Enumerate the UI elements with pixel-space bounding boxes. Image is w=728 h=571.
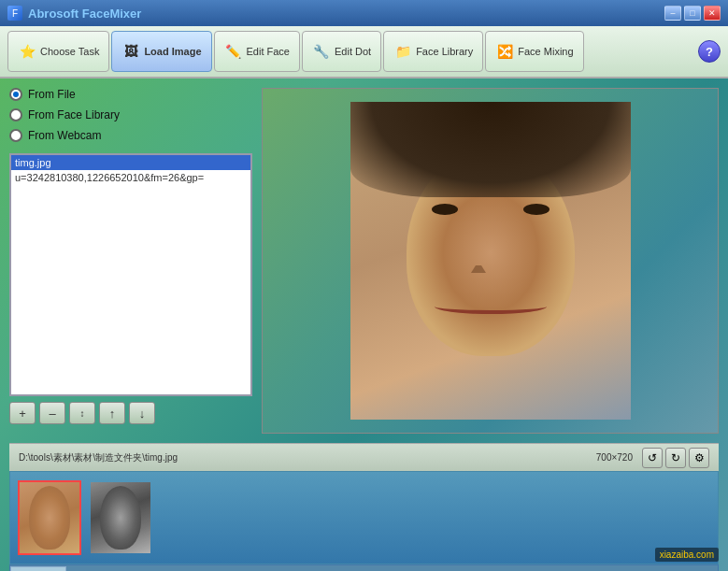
face-mixing-icon: 🔀 — [495, 42, 514, 61]
file-list-item[interactable]: u=3242810380,1226652010&fm=26&gp= — [11, 170, 250, 185]
file-list-item[interactable]: timg.jpg — [11, 155, 250, 170]
mouth-area — [435, 299, 547, 314]
radio-from-file-indicator — [9, 88, 22, 101]
thumbnail-face-1 — [20, 482, 79, 553]
image-display-panel — [262, 88, 719, 434]
load-image-icon: 🖼 — [121, 42, 140, 61]
radio-from-file[interactable]: From File — [9, 88, 252, 101]
tab-edit-face[interactable]: ✏️ Edit Face — [214, 31, 300, 72]
image-size: 700×720 — [596, 452, 633, 463]
tab-face-library[interactable]: 📁 Face Library — [383, 31, 483, 72]
title-bar: F Abrosoft FaceMixer – □ ✕ — [0, 0, 728, 26]
edit-dot-icon: 🔧 — [312, 42, 331, 61]
edit-face-icon: ✏️ — [224, 42, 243, 61]
thumbnail-scrollbar[interactable] — [9, 564, 719, 571]
face-image-area — [350, 102, 631, 420]
settings-button[interactable]: ⚙ — [689, 448, 709, 468]
window-controls: – □ ✕ — [664, 6, 721, 21]
face-simulation — [350, 102, 631, 420]
nose-area — [471, 254, 486, 273]
thumbnail-item-1[interactable] — [18, 480, 81, 555]
tab-load-image[interactable]: 🖼 Load Image — [111, 31, 211, 72]
status-action-icons: ↺ ↻ ⚙ — [642, 448, 709, 468]
radio-from-webcam-indicator — [9, 129, 22, 142]
minimize-button[interactable]: – — [664, 6, 681, 21]
radio-from-webcam-label: From Webcam — [28, 129, 101, 142]
radio-from-webcam[interactable]: From Webcam — [9, 129, 252, 142]
status-bar: D:\tools\素材\素材\制造文件夹\timg.jpg 700×720 ↺ … — [9, 443, 719, 471]
rotate-right-button[interactable]: ↻ — [665, 448, 686, 468]
source-radio-group: From File From Face Library From Webcam — [9, 88, 252, 142]
main-window: ⭐ Choose Task 🖼 Load Image ✏️ Edit Face … — [0, 26, 728, 571]
file-list[interactable]: timg.jpg u=3242810380,1226652010&fm=26&g… — [9, 153, 252, 396]
eye-right — [523, 204, 550, 215]
sort-file-button[interactable]: ↕ — [69, 402, 95, 424]
radio-from-file-label: From File — [28, 88, 76, 101]
app-title: Abrosoft FaceMixer — [28, 7, 141, 21]
close-button[interactable]: ✕ — [704, 6, 721, 21]
radio-from-face-library-label: From Face Library — [28, 108, 120, 121]
toolbar: ⭐ Choose Task 🖼 Load Image ✏️ Edit Face … — [0, 26, 728, 79]
tab-choose-task[interactable]: ⭐ Choose Task — [7, 31, 109, 72]
face-library-icon: 📁 — [393, 42, 412, 61]
maximize-button[interactable]: □ — [684, 6, 701, 21]
move-down-button[interactable]: ↓ — [129, 402, 155, 424]
hair-area — [350, 102, 631, 197]
remove-file-button[interactable]: – — [39, 402, 65, 424]
choose-task-icon: ⭐ — [18, 42, 36, 61]
add-file-button[interactable]: + — [9, 402, 36, 424]
radio-from-face-library[interactable]: From Face Library — [9, 108, 252, 121]
eye-left — [432, 204, 458, 215]
tab-face-mixing[interactable]: 🔀 Face Mixing — [485, 31, 583, 72]
thumbnail-face-2 — [91, 482, 150, 553]
title-bar-left: F Abrosoft FaceMixer — [7, 6, 141, 21]
move-up-button[interactable]: ↑ — [99, 402, 125, 424]
thumbnail-strip — [9, 471, 719, 564]
image-path: D:\tools\素材\素材\制造文件夹\timg.jpg — [19, 451, 587, 464]
content-area: From File From Face Library From Webcam … — [0, 79, 728, 443]
left-panel: From File From Face Library From Webcam … — [9, 88, 252, 434]
list-controls: + – ↕ ↑ ↓ — [9, 402, 252, 424]
thumbnail-item-2[interactable] — [89, 480, 152, 555]
radio-from-face-library-indicator — [9, 108, 22, 121]
rotate-left-button[interactable]: ↺ — [642, 448, 663, 468]
tab-edit-dot[interactable]: 🔧 Edit Dot — [302, 31, 381, 72]
app-icon: F — [7, 6, 22, 21]
help-button[interactable]: ? — [698, 40, 721, 63]
thumbnail-scrollbar-handle[interactable] — [10, 566, 66, 571]
